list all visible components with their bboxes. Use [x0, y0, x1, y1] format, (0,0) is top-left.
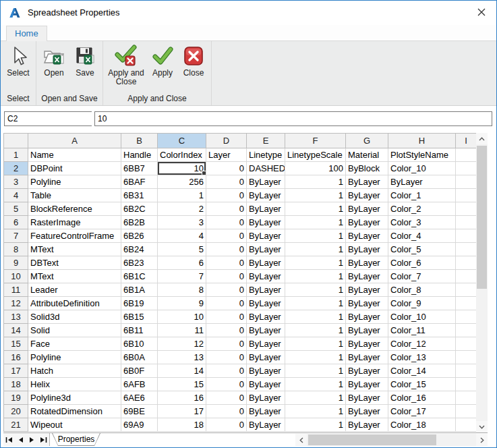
cell-A5[interactable]: BlockReference: [28, 202, 121, 216]
cell-C1[interactable]: ColorIndex: [158, 148, 206, 162]
cell-H17[interactable]: Color_14: [388, 364, 456, 378]
row-header-14[interactable]: 14: [4, 324, 28, 337]
cell-H5[interactable]: Color_2: [388, 202, 456, 216]
cell-C20[interactable]: 17: [158, 405, 206, 418]
cell-G4[interactable]: ByLayer: [346, 189, 388, 202]
last-sheet-icon[interactable]: [38, 433, 49, 446]
cell-H7[interactable]: Color_4: [388, 229, 456, 243]
cell-F5[interactable]: 1: [285, 202, 346, 216]
cell-I4[interactable]: [456, 189, 477, 202]
cell-H19[interactable]: Color_16: [388, 391, 456, 405]
cell-D17[interactable]: 0: [206, 364, 247, 378]
cell-H13[interactable]: Color_10: [388, 310, 456, 324]
cell-H15[interactable]: Color_12: [388, 337, 456, 351]
cell-I5[interactable]: [456, 202, 477, 216]
cell-H14[interactable]: Color_11: [388, 324, 456, 337]
cell-B6[interactable]: 6B2B: [121, 216, 158, 229]
column-header-H[interactable]: H: [388, 134, 456, 148]
cell-C13[interactable]: 10: [158, 310, 206, 324]
cell-G3[interactable]: ByLayer: [346, 175, 388, 189]
cell-C12[interactable]: 9: [158, 297, 206, 310]
tab-home[interactable]: Home: [6, 26, 47, 41]
cell-D18[interactable]: 0: [206, 378, 247, 391]
cell-E9[interactable]: ByLayer: [247, 256, 285, 270]
cell-D21[interactable]: 0: [206, 418, 247, 432]
cell-I1[interactable]: [456, 148, 477, 162]
cell-F4[interactable]: 1: [285, 189, 346, 202]
cell-G21[interactable]: ByLayer: [346, 418, 388, 432]
row-header-19[interactable]: 19: [4, 391, 28, 405]
cell-I11[interactable]: [456, 283, 477, 297]
cell-G6[interactable]: ByLayer: [346, 216, 388, 229]
cell-A17[interactable]: Hatch: [28, 364, 121, 378]
cell-F16[interactable]: 1: [285, 351, 346, 364]
cell-A3[interactable]: Polyline: [28, 175, 121, 189]
cell-E10[interactable]: ByLayer: [247, 270, 285, 283]
cell-D20[interactable]: 0: [206, 405, 247, 418]
cell-B21[interactable]: 69A9: [121, 418, 158, 432]
cell-E7[interactable]: ByLayer: [247, 229, 285, 243]
cell-B10[interactable]: 6B1C: [121, 270, 158, 283]
cell-G13[interactable]: ByLayer: [346, 310, 388, 324]
cell-D19[interactable]: 0: [206, 391, 247, 405]
cell-C11[interactable]: 8: [158, 283, 206, 297]
cell-I20[interactable]: [456, 405, 477, 418]
cell-C4[interactable]: 1: [158, 189, 206, 202]
cell-B12[interactable]: 6B19: [121, 297, 158, 310]
cell-I19[interactable]: [456, 391, 477, 405]
cell-I16[interactable]: [456, 351, 477, 364]
row-header-3[interactable]: 3: [4, 175, 28, 189]
cell-D11[interactable]: 0: [206, 283, 247, 297]
row-header-6[interactable]: 6: [4, 216, 28, 229]
cell-C3[interactable]: 256: [158, 175, 206, 189]
cell-B2[interactable]: 6BB7: [121, 162, 158, 175]
cell-A8[interactable]: MText: [28, 243, 121, 256]
cell-E21[interactable]: ByLayer: [247, 418, 285, 432]
cell-F9[interactable]: 1: [285, 256, 346, 270]
row-header-16[interactable]: 16: [4, 351, 28, 364]
cell-C6[interactable]: 3: [158, 216, 206, 229]
cell-A4[interactable]: Table: [28, 189, 121, 202]
cell-H1[interactable]: PlotStyleName: [388, 148, 456, 162]
cell-E15[interactable]: ByLayer: [247, 337, 285, 351]
vertical-scrollbar-thumb[interactable]: [477, 146, 487, 289]
cell-A19[interactable]: Polyline3d: [28, 391, 121, 405]
cell-B14[interactable]: 6B11: [121, 324, 158, 337]
cell-E4[interactable]: ByLayer: [247, 189, 285, 202]
row-header-13[interactable]: 13: [4, 310, 28, 324]
cell-F12[interactable]: 1: [285, 297, 346, 310]
cell-B9[interactable]: 6B23: [121, 256, 158, 270]
cell-G7[interactable]: ByLayer: [346, 229, 388, 243]
cell-C21[interactable]: 18: [158, 418, 206, 432]
cell-D6[interactable]: 0: [206, 216, 247, 229]
cell-I2[interactable]: [456, 162, 477, 175]
cell-I8[interactable]: [456, 243, 477, 256]
window-close-icon[interactable]: [472, 3, 491, 21]
row-header-8[interactable]: 8: [4, 243, 28, 256]
cell-C10[interactable]: 7: [158, 270, 206, 283]
cell-G8[interactable]: ByLayer: [346, 243, 388, 256]
column-header-F[interactable]: F: [285, 134, 346, 148]
row-header-20[interactable]: 20: [4, 405, 28, 418]
cell-I18[interactable]: [456, 378, 477, 391]
select-all-corner[interactable]: [4, 134, 28, 148]
column-header-I[interactable]: I: [456, 134, 477, 148]
scroll-up-icon[interactable]: [476, 133, 488, 144]
cell-B8[interactable]: 6B24: [121, 243, 158, 256]
cell-A1[interactable]: Name: [28, 148, 121, 162]
cell-F13[interactable]: 1: [285, 310, 346, 324]
cell-F2[interactable]: 100: [285, 162, 346, 175]
cell-G1[interactable]: Material: [346, 148, 388, 162]
cell-A11[interactable]: Leader: [28, 283, 121, 297]
apply-button[interactable]: Apply: [148, 45, 177, 86]
select-button[interactable]: Select: [4, 45, 32, 78]
cell-D16[interactable]: 0: [206, 351, 247, 364]
cell-A10[interactable]: MText: [28, 270, 121, 283]
cell-F7[interactable]: 1: [285, 229, 346, 243]
column-header-E[interactable]: E: [247, 134, 285, 148]
vertical-scrollbar[interactable]: [476, 133, 488, 432]
cell-G20[interactable]: ByLayer: [346, 405, 388, 418]
cell-E20[interactable]: ByLayer: [247, 405, 285, 418]
row-header-5[interactable]: 5: [4, 202, 28, 216]
cell-A16[interactable]: Polyline: [28, 351, 121, 364]
